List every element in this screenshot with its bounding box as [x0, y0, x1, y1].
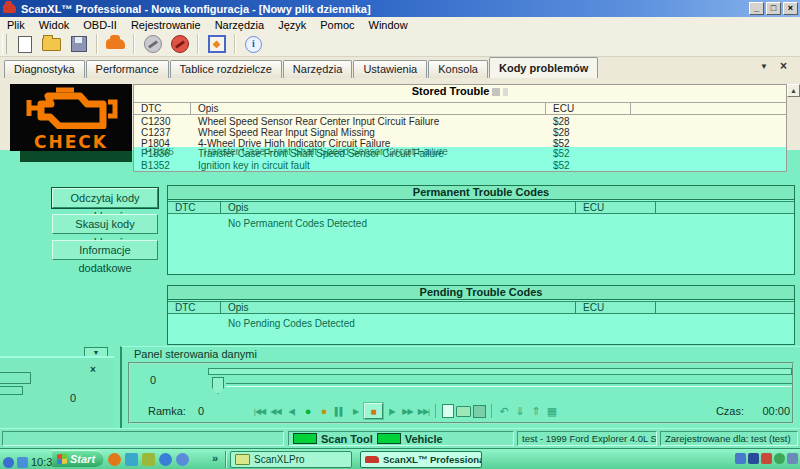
tray-app-icon[interactable]	[17, 457, 28, 468]
additional-info-button[interactable]: Informacje dodatkowe	[52, 240, 158, 260]
glitch-pixels	[503, 88, 508, 96]
tab-close-icon[interactable]: ×	[780, 59, 787, 73]
column-header-opis[interactable]: Opis	[191, 103, 546, 114]
toolbar-drag-handle[interactable]	[2, 34, 7, 54]
tray-display-icon[interactable]	[735, 453, 746, 464]
firefox-icon[interactable]	[108, 453, 121, 466]
tray-volume-icon[interactable]	[787, 453, 798, 464]
download-data-button[interactable]: ⇓	[512, 404, 527, 419]
status-cell-vehicle-info: test - 1999 Ford Explorer 4.0L SOHC	[517, 431, 657, 446]
open-file-button[interactable]	[39, 33, 64, 55]
save-log-icon	[473, 405, 486, 418]
ie-icon[interactable]	[159, 453, 172, 466]
menu-jezyk[interactable]: Język	[271, 19, 313, 31]
tray-network-icon[interactable]	[761, 453, 772, 464]
title-bar[interactable]: ScanXL™ Professional - Nowa konfiguracja…	[0, 0, 800, 17]
new-file-button[interactable]	[12, 33, 37, 55]
tray-app-icon[interactable]	[3, 457, 14, 468]
quick-launch-chevron-icon[interactable]: »	[212, 452, 218, 464]
glitch-band-rows: P1836P1836 Transfer Case Front Shaft Spe…	[134, 147, 786, 172]
start-button[interactable]: Start	[52, 450, 104, 467]
tray-device-icon[interactable]	[748, 453, 759, 464]
skip-end-button[interactable]: ▶▶|	[416, 404, 431, 419]
table-row[interactable]: C1230 Wheel Speed Sensor Rear Center Inp…	[134, 116, 786, 127]
vehicle-indicator	[377, 433, 401, 444]
tab-performance[interactable]: Performance	[86, 60, 169, 78]
close-button[interactable]: ×	[783, 2, 798, 15]
tab-strip: Diagnostyka Performance Tablice rozdziel…	[0, 57, 800, 78]
column-header-blank	[656, 302, 794, 313]
tab-kody-problemow[interactable]: Kody problemów	[489, 57, 598, 78]
status-cell-connections: Scan Tool Vehicle	[288, 431, 514, 446]
upload-data-button[interactable]: ⇑	[528, 404, 543, 419]
tab-dropdown-icon[interactable]: ▼	[760, 62, 768, 71]
step-forward-button[interactable]: |▶	[384, 404, 399, 419]
about-button[interactable]: i	[241, 33, 266, 55]
desktop-icon[interactable]	[125, 453, 138, 466]
scroll-up-icon[interactable]: ▲	[787, 84, 800, 97]
column-header-opis[interactable]: Opis	[221, 302, 576, 313]
playback-slider-line	[226, 383, 792, 387]
column-header-dtc[interactable]: DTC	[134, 103, 191, 114]
dashboard-editor-button[interactable]: ◆	[204, 33, 229, 55]
menu-plik[interactable]: Plik	[0, 19, 32, 31]
task-button-scanxlpro[interactable]: ScanXLPro	[230, 451, 352, 468]
clear-codes-button[interactable]: Skasuj kody problemów	[52, 214, 158, 234]
read-codes-button[interactable]: Odczytaj kody problemów	[52, 188, 158, 208]
play-button[interactable]: ▶	[348, 404, 363, 419]
table-row[interactable]: C1237 Wheel Speed Rear Input Signal Miss…	[134, 127, 786, 138]
new-log-button[interactable]	[440, 404, 455, 419]
save-file-button[interactable]	[66, 33, 91, 55]
grid-view-button[interactable]: ▦	[544, 404, 559, 419]
table-row[interactable]: B1352 Ignition key in circuit fault $52	[134, 160, 786, 171]
undo-button[interactable]: ↶	[496, 404, 511, 419]
restore-button[interactable]: □	[766, 2, 781, 15]
column-header-dtc[interactable]: DTC	[168, 202, 221, 213]
open-log-button[interactable]	[456, 404, 471, 419]
menu-pomoc[interactable]: Pomoc	[313, 19, 361, 31]
pending-codes-title: Pending Trouble Codes	[168, 286, 794, 300]
pending-table-header: DTC Opis ECU	[168, 301, 794, 314]
minimize-button[interactable]: _	[749, 2, 764, 15]
transport-controls: |◀◀ ◀◀ ◀| ● ● ▌▌ ▶ ■ |▶ ▶▶ ▶▶| ↶ ⇓ ⇑ ▦	[252, 402, 559, 420]
stop-button[interactable]: ■	[364, 403, 383, 419]
column-header-ecu[interactable]: ECU	[576, 302, 656, 313]
tab-narzedzia[interactable]: Narzędzia	[283, 60, 353, 78]
explorer-icon[interactable]	[142, 453, 155, 466]
menu-widok[interactable]: Widok	[32, 19, 77, 31]
tab-tablice-rozdzielcze[interactable]: Tablice rozdzielcze	[170, 60, 282, 78]
menu-window[interactable]: Window	[362, 19, 415, 31]
fast-forward-button[interactable]: ▶▶	[400, 404, 415, 419]
step-back-button[interactable]: ◀|	[284, 404, 299, 419]
menu-rejestrowanie[interactable]: Rejestrowanie	[124, 19, 208, 31]
column-header-ecu[interactable]: ECU	[576, 202, 656, 213]
vehicle-manager-button[interactable]	[103, 33, 128, 55]
connect-button[interactable]	[140, 33, 165, 55]
rewind-button[interactable]: ◀◀	[268, 404, 283, 419]
task-button-scanxl-app[interactable]: ScanXL™ Professional...	[360, 451, 482, 468]
marker-button[interactable]: ●	[316, 404, 331, 419]
save-log-button[interactable]	[472, 404, 487, 419]
frame-label: Ramka:	[148, 405, 186, 417]
tab-diagnostyka[interactable]: Diagnostyka	[4, 60, 85, 78]
pause-button[interactable]: ▌▌	[332, 404, 347, 419]
menu-obd2[interactable]: OBD-II	[76, 19, 124, 31]
tray-update-icon[interactable]	[774, 453, 785, 464]
tab-konsola[interactable]: Konsola	[428, 60, 488, 78]
media-player-icon[interactable]	[176, 453, 189, 466]
disconnect-button[interactable]	[167, 33, 192, 55]
tab-ustawienia[interactable]: Ustawienia	[353, 60, 427, 78]
table-row[interactable]: P1836P1836 Transfer Case Front Shaft Spe…	[134, 148, 786, 159]
column-header-ecu[interactable]: ECU	[546, 103, 631, 114]
stored-scrollbar[interactable]: ▲	[787, 84, 800, 172]
status-cell-registered: Zarejestrowane dla: test (test)	[660, 431, 798, 446]
record-button[interactable]: ●	[300, 404, 315, 419]
glitch-rect	[0, 386, 23, 395]
skip-start-button[interactable]: |◀◀	[252, 404, 267, 419]
column-header-opis[interactable]: Opis	[221, 202, 576, 213]
car-icon	[106, 39, 125, 49]
playback-slider-track[interactable]	[208, 368, 792, 375]
column-header-dtc[interactable]: DTC	[168, 302, 221, 313]
menu-narzedzia[interactable]: Narzędzia	[208, 19, 272, 31]
status-bar: Scan Tool Vehicle test - 1999 Ford Explo…	[0, 428, 800, 448]
